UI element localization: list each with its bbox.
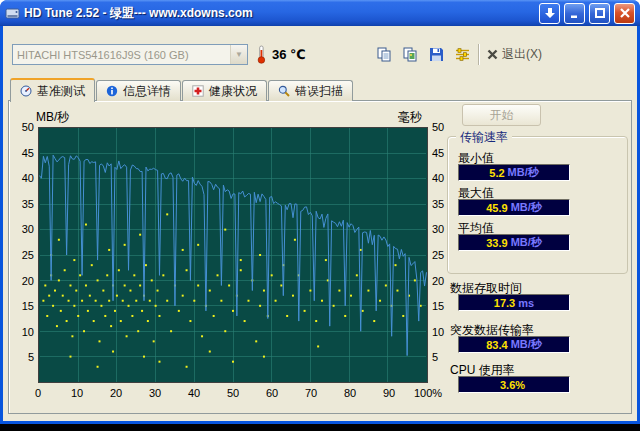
options-icon [454, 46, 471, 63]
x-tick-label: 30 [138, 387, 172, 399]
thermometer-icon [256, 45, 267, 64]
health-cross-icon [192, 85, 204, 97]
drive-select[interactable]: HITACHI HTS541616J9S (160 GB) ▼ [12, 44, 248, 65]
close-icon [619, 7, 631, 19]
y-tick-label: 5 [8, 351, 34, 363]
y-tick-label: 10 [8, 326, 34, 338]
y-tick-label: 15 [8, 300, 34, 312]
tab-bar: 基准测试 信息详情 健康状况 错误扫描 [10, 80, 353, 101]
transfer-rate-group-title: 传输速率 [456, 129, 512, 146]
y-tick-label: 20 [8, 275, 34, 287]
tab-label: 基准测试 [37, 83, 85, 100]
burst-rate-unit: MB/秒 [511, 337, 542, 352]
info-icon [106, 85, 118, 97]
x-tick-label: 60 [255, 387, 289, 399]
access-time-value: 17.3 [494, 297, 515, 309]
drive-select-value: HITACHI HTS541616J9S (160 GB) [13, 49, 230, 61]
max-unit: MB/秒 [511, 200, 542, 215]
chevron-down-icon[interactable]: ▼ [230, 45, 247, 64]
access-time-unit: ms [518, 297, 534, 309]
copy-image-icon [402, 46, 419, 63]
y-tick-label: 50 [8, 121, 34, 133]
maximize-icon [594, 7, 606, 19]
x-tick-label: 40 [177, 387, 211, 399]
x-tick-label: 90 [372, 387, 406, 399]
exit-button[interactable]: 退出(X) [487, 45, 542, 64]
tab-label: 信息详情 [123, 83, 171, 100]
max-value: 45.9 [486, 202, 507, 214]
y-axis-left-title: MB/秒 [36, 109, 69, 126]
start-button[interactable]: 开始 [462, 104, 541, 126]
window-title: HD Tune 2.52 - 绿盟--- www.xdowns.com [24, 5, 535, 22]
benchmark-gauge-icon [20, 85, 32, 97]
tab-label: 错误扫描 [295, 83, 343, 100]
min-value-box: 5.2 MB/秒 [458, 164, 570, 181]
y-tick-label: 40 [8, 172, 34, 184]
burst-rate-value-box: 83.4 MB/秒 [458, 336, 570, 353]
y-axis-left-ticks: 5045403530252015105 [8, 127, 34, 383]
tab-error-scan[interactable]: 错误扫描 [268, 80, 353, 101]
hd-tune-window: HD Tune 2.52 - 绿盟--- www.xdowns.com HITA… [0, 0, 640, 424]
min-unit: MB/秒 [508, 165, 539, 180]
save-icon [428, 46, 445, 63]
y-tick-label: 45 [8, 147, 34, 159]
copy-image-button[interactable] [398, 43, 423, 66]
cpu-usage-value: 3.6% [500, 379, 525, 391]
app-icon [5, 6, 20, 21]
y-tick-label: 30 [8, 223, 34, 235]
tab-info[interactable]: 信息详情 [96, 80, 181, 101]
temperature-value: 36 ℃ [272, 47, 306, 62]
benchmark-plot [39, 128, 427, 382]
min-value: 5.2 [489, 167, 504, 179]
save-screenshot-button[interactable] [424, 43, 449, 66]
toolbar-separator [478, 44, 480, 65]
exit-label: 退出(X) [502, 46, 542, 63]
tab-label: 健康状况 [209, 83, 257, 100]
x-tick-label: 100% [411, 387, 445, 399]
download-icon [544, 7, 556, 19]
plot-area [38, 127, 428, 383]
start-button-label: 开始 [490, 107, 514, 124]
y-tick-label: 25 [8, 249, 34, 261]
y-tick-label: 35 [8, 198, 34, 210]
temperature-indicator: 36 ℃ [256, 43, 306, 65]
close-button[interactable] [614, 3, 635, 24]
exit-x-icon [487, 49, 498, 60]
scan-magnifier-icon [278, 85, 290, 97]
x-tick-label: 80 [333, 387, 367, 399]
options-button[interactable] [450, 43, 475, 66]
avg-value-box: 33.9 MB/秒 [458, 234, 570, 251]
tab-benchmark[interactable]: 基准测试 [10, 78, 95, 102]
download-button[interactable] [539, 3, 560, 24]
avg-unit: MB/秒 [511, 235, 542, 250]
burst-rate-value: 83.4 [486, 339, 507, 351]
x-tick-label: 10 [60, 387, 94, 399]
maximize-button[interactable] [589, 3, 610, 24]
x-axis-ticks: 0102030405060708090100% [38, 387, 428, 401]
copy-text-button[interactable] [372, 43, 397, 66]
avg-value: 33.9 [486, 237, 507, 249]
minimize-icon [569, 7, 581, 19]
titlebar: HD Tune 2.52 - 绿盟--- www.xdowns.com [0, 0, 640, 26]
y-axis-right-title: 毫秒 [398, 109, 422, 126]
copy-text-icon [376, 46, 393, 63]
bottom-black-strip [0, 424, 640, 431]
tab-health[interactable]: 健康状况 [182, 80, 267, 101]
x-tick-label: 20 [99, 387, 133, 399]
minimize-button[interactable] [564, 3, 585, 24]
x-tick-label: 70 [294, 387, 328, 399]
cpu-usage-value-box: 3.6% [458, 376, 570, 393]
x-tick-label: 50 [216, 387, 250, 399]
x-tick-label: 0 [21, 387, 55, 399]
max-value-box: 45.9 MB/秒 [458, 199, 570, 216]
access-time-value-box: 17.3 ms [458, 294, 570, 311]
